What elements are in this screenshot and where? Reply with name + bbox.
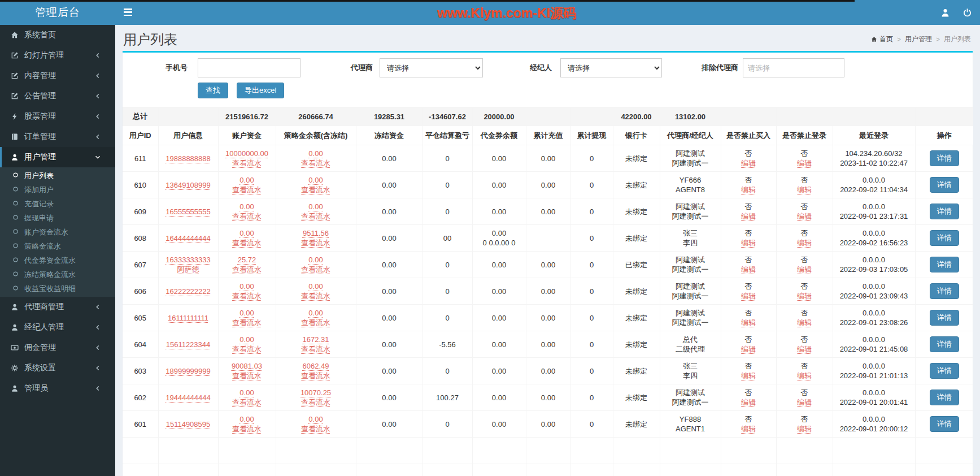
account-amount-link[interactable]: 0.00 — [239, 335, 254, 344]
view-flow-link[interactable]: 查看流水 — [301, 159, 330, 167]
strategy-amount-link[interactable]: 0.00 — [308, 415, 323, 423]
user-link[interactable]: 16333333333 — [165, 256, 211, 264]
broker-select[interactable]: 请选择 — [560, 58, 662, 77]
edit-ban-login-link[interactable]: 编辑 — [797, 159, 812, 167]
sidebar-subitem[interactable]: 收益宝收益明细 — [0, 282, 115, 296]
view-flow-link[interactable]: 查看流水 — [232, 345, 262, 353]
view-flow-link[interactable]: 查看流水 — [301, 292, 330, 300]
sidebar-subitem[interactable]: 用户列表 — [0, 168, 115, 183]
edit-ban-buy-link[interactable]: 编辑 — [741, 318, 756, 327]
sidebar-item[interactable]: 系统首页 — [0, 25, 115, 45]
power-icon[interactable] — [962, 8, 972, 18]
sidebar-subitem[interactable]: 冻结策略金流水 — [0, 267, 115, 282]
strategy-amount-link[interactable]: 0.00 — [308, 309, 323, 317]
sidebar-item[interactable]: 公告管理 — [0, 86, 115, 106]
sidebar-subitem[interactable]: 提现申请 — [0, 211, 115, 225]
sidebar-item[interactable]: 系统设置 — [0, 358, 115, 378]
edit-ban-login-link[interactable]: 编辑 — [797, 265, 812, 274]
user-account-icon[interactable] — [940, 8, 950, 18]
strategy-amount-link[interactable]: 0.00 — [308, 149, 323, 158]
user-link[interactable]: 16222222222 — [165, 287, 211, 296]
view-flow-link[interactable]: 查看流水 — [232, 185, 262, 194]
sidebar-item[interactable]: 股票管理 — [0, 106, 115, 127]
edit-ban-login-link[interactable]: 编辑 — [797, 371, 812, 380]
menu-toggle-icon[interactable] — [121, 7, 136, 19]
view-flow-link[interactable]: 查看流水 — [301, 371, 330, 380]
view-flow-link[interactable]: 查看流水 — [301, 265, 330, 274]
view-flow-link[interactable]: 查看流水 — [301, 398, 330, 406]
view-flow-link[interactable]: 查看流水 — [232, 371, 262, 380]
sidebar-item[interactable]: 代理商管理 — [0, 297, 115, 317]
edit-ban-buy-link[interactable]: 编辑 — [741, 212, 756, 220]
account-amount-link[interactable]: 0.00 — [239, 309, 254, 317]
view-flow-link[interactable]: 查看流水 — [301, 425, 330, 433]
edit-ban-buy-link[interactable]: 编辑 — [741, 425, 756, 433]
user-link[interactable]: 15114908595 — [166, 420, 211, 429]
sidebar-subitem[interactable]: 策略金流水 — [0, 239, 115, 253]
detail-button[interactable]: 详情 — [930, 390, 959, 405]
view-flow-link[interactable]: 查看流水 — [232, 318, 262, 327]
edit-ban-login-link[interactable]: 编辑 — [797, 239, 812, 247]
edit-ban-buy-link[interactable]: 编辑 — [741, 185, 756, 194]
sidebar-subitem[interactable]: 代金券资金流水 — [0, 253, 115, 267]
view-flow-link[interactable]: 查看流水 — [232, 159, 262, 167]
view-flow-link[interactable]: 查看流水 — [301, 212, 330, 220]
detail-button[interactable]: 详情 — [930, 310, 959, 326]
edit-ban-login-link[interactable]: 编辑 — [797, 292, 812, 300]
user-link[interactable]: 15611223344 — [166, 340, 211, 349]
edit-ban-login-link[interactable]: 编辑 — [797, 212, 812, 220]
user-link[interactable]: 阿萨德 — [177, 265, 199, 274]
view-flow-link[interactable]: 查看流水 — [232, 425, 262, 433]
edit-ban-buy-link[interactable]: 编辑 — [741, 292, 756, 300]
sidebar-subitem[interactable]: 充值记录 — [0, 197, 115, 211]
sidebar-item[interactable]: 佣金管理 — [0, 337, 115, 358]
detail-button[interactable]: 详情 — [930, 204, 959, 219]
user-link[interactable]: 16555555555 — [165, 207, 211, 216]
edit-ban-buy-link[interactable]: 编辑 — [741, 398, 756, 406]
strategy-amount-link[interactable]: 10070.25 — [300, 388, 331, 397]
account-amount-link[interactable]: 10000000.00 — [225, 149, 268, 158]
view-flow-link[interactable]: 查看流水 — [232, 212, 262, 220]
detail-button[interactable]: 详情 — [930, 230, 959, 246]
sidebar-subitem[interactable]: 账户资金流水 — [0, 225, 115, 239]
sidebar-item[interactable]: 管理员 — [0, 378, 115, 399]
breadcrumb-home-link[interactable]: 首页 — [871, 34, 893, 44]
agent-select[interactable]: 请选择 — [380, 58, 483, 77]
detail-button[interactable]: 详情 — [930, 416, 959, 432]
view-flow-link[interactable]: 查看流水 — [232, 239, 262, 247]
detail-button[interactable]: 详情 — [930, 150, 959, 166]
view-flow-link[interactable]: 查看流水 — [232, 265, 262, 274]
sidebar-item[interactable]: 幻灯片管理 — [0, 45, 115, 66]
user-link[interactable]: 16111111111 — [168, 314, 208, 322]
edit-ban-login-link[interactable]: 编辑 — [797, 425, 812, 433]
breadcrumb-section[interactable]: 用户管理 — [905, 34, 932, 44]
account-amount-link[interactable]: 0.00 — [239, 388, 254, 397]
exclude-agent-input[interactable] — [743, 58, 844, 77]
export-excel-button[interactable]: 导出excel — [237, 83, 284, 98]
view-flow-link[interactable]: 查看流水 — [232, 292, 262, 300]
edit-ban-buy-link[interactable]: 编辑 — [741, 265, 756, 274]
phone-input[interactable] — [198, 58, 300, 77]
sidebar-item[interactable]: 用户管理 — [0, 147, 115, 167]
edit-ban-buy-link[interactable]: 编辑 — [741, 345, 756, 353]
user-link[interactable]: 19444444444 — [165, 393, 211, 402]
strategy-amount-link[interactable]: 1672.31 — [303, 335, 329, 344]
strategy-amount-link[interactable]: 0.00 — [308, 202, 323, 211]
detail-button[interactable]: 详情 — [930, 363, 959, 379]
edit-ban-login-link[interactable]: 编辑 — [797, 185, 812, 194]
view-flow-link[interactable]: 查看流水 — [301, 345, 330, 353]
account-amount-link[interactable]: 0.00 — [239, 229, 254, 237]
sidebar-item[interactable]: 内容管理 — [0, 66, 115, 86]
sidebar-subitem[interactable]: 添加用户 — [0, 183, 115, 197]
edit-ban-buy-link[interactable]: 编辑 — [741, 159, 756, 167]
view-flow-link[interactable]: 查看流水 — [301, 185, 330, 194]
account-amount-link[interactable]: 25.72 — [238, 256, 256, 264]
strategy-amount-link[interactable]: 0.00 — [308, 282, 323, 291]
strategy-amount-link[interactable]: 0.00 — [308, 256, 323, 264]
edit-ban-login-link[interactable]: 编辑 — [797, 318, 812, 327]
strategy-amount-link[interactable]: 6062.49 — [303, 362, 329, 370]
edit-ban-buy-link[interactable]: 编辑 — [741, 239, 756, 247]
view-flow-link[interactable]: 查看流水 — [232, 398, 262, 406]
strategy-amount-link[interactable]: 9511.56 — [303, 229, 329, 237]
user-link[interactable]: 19888888888 — [165, 154, 211, 163]
